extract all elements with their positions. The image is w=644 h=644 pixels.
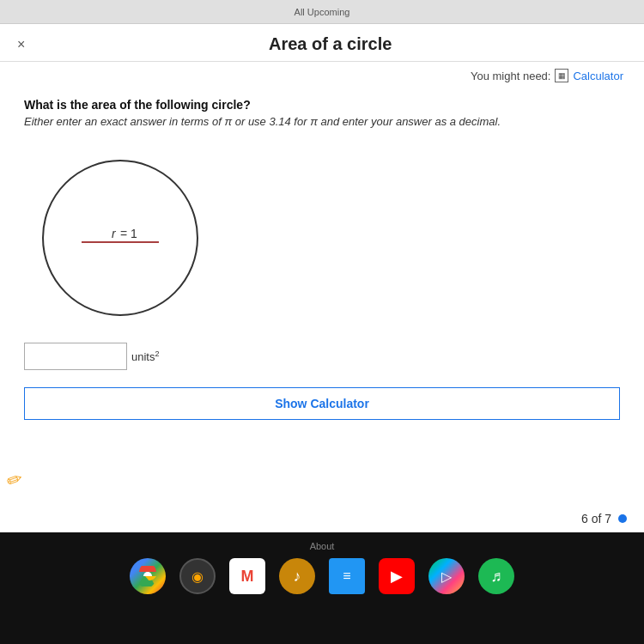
taskbar: About ◉ M ♪ ≡ ▶ ▷ ♬	[0, 532, 644, 644]
chrome-icon[interactable]	[130, 558, 166, 594]
page-title: Area of a circle	[33, 34, 627, 54]
circle-diagram: r = 1	[34, 152, 620, 324]
svg-text:= 1: = 1	[120, 227, 137, 240]
top-bar-title: All Upcoming	[9, 7, 635, 17]
page-dot	[618, 514, 627, 523]
music-icon[interactable]: ♪	[279, 558, 315, 594]
gmail-icon[interactable]: M	[229, 558, 265, 594]
play-store-icon[interactable]: ▷	[428, 558, 465, 594]
calculator-link[interactable]: Calculator	[573, 70, 623, 82]
screen-area: All Upcoming × Area of a circle You migh…	[0, 0, 644, 532]
taskbar-about-label: About	[310, 541, 335, 551]
show-calculator-button[interactable]: Show Calculator	[24, 387, 620, 420]
circle-svg: r = 1	[34, 152, 206, 324]
pagination-bar: 6 of 7	[564, 505, 644, 532]
docs-icon[interactable]: ≡	[329, 558, 365, 594]
spotify-icon[interactable]: ♬	[478, 558, 514, 594]
taskbar-icons: ◉ M ♪ ≡ ▶ ▷ ♬	[130, 558, 514, 594]
svg-text:r: r	[112, 227, 117, 240]
pagination-label: 6 of 7	[581, 512, 611, 526]
units-label: units2	[131, 349, 159, 363]
youtube-icon[interactable]: ▶	[379, 558, 415, 594]
pencil-icon: ✏	[3, 467, 26, 494]
top-bar: All Upcoming	[0, 0, 644, 24]
you-might-need-label: You might need:	[471, 70, 550, 82]
question-sub: Either enter an exact answer in terms of…	[24, 115, 620, 128]
dark-circle-icon[interactable]: ◉	[179, 558, 216, 594]
question-area: What is the area of the following circle…	[0, 89, 644, 145]
page-header: × Area of a circle	[0, 24, 644, 62]
close-button[interactable]: ×	[17, 37, 25, 52]
answer-input[interactable]	[24, 343, 127, 370]
calculator-row: You might need: ▦ Calculator	[0, 62, 644, 89]
calculator-icon: ▦	[555, 69, 568, 82]
question-bold: What is the area of the following circle…	[24, 98, 620, 112]
content-wrapper: × Area of a circle You might need: ▦ Cal…	[0, 24, 644, 532]
answer-area: units2	[0, 337, 644, 375]
